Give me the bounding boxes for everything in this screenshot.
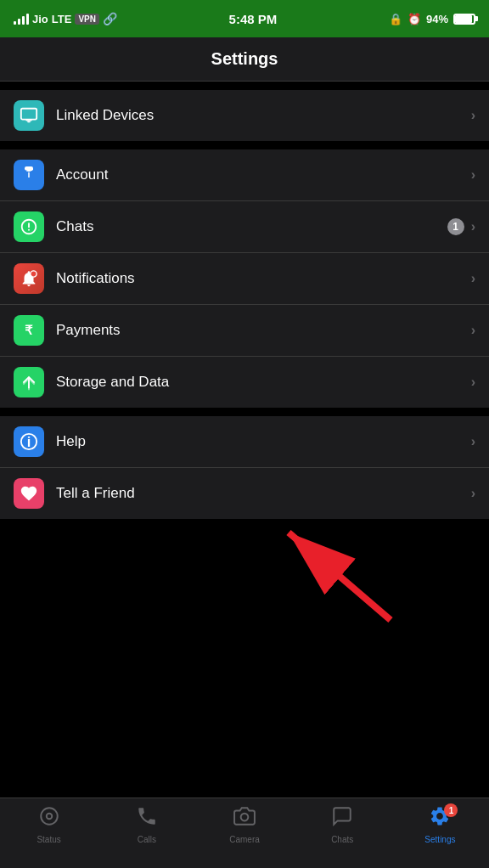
payments-chevron: › <box>471 323 475 338</box>
storage-and-data-label: Storage and Data <box>56 374 471 391</box>
alarm-icon: ⏰ <box>408 13 421 25</box>
storage-and-data-item[interactable]: Storage and Data › <box>0 357 489 408</box>
settings-nav-icon: 1 <box>429 805 451 832</box>
storage-icon <box>14 367 44 397</box>
account-icon: i <box>14 160 44 190</box>
nav-calls[interactable]: Calls <box>98 805 195 844</box>
calls-nav-icon <box>136 805 158 832</box>
linked-list: Linked Devices › <box>0 90 489 141</box>
svg-rect-2 <box>27 121 31 122</box>
status-bar: Jio LTE VPN 🔗 5:48 PM 🔒 ⏰ 94% <box>0 0 489 37</box>
storage-and-data-right: › <box>471 375 475 390</box>
main-list: i Account › Chats 1 › <box>0 149 489 408</box>
chats-item[interactable]: Chats 1 › <box>0 201 489 253</box>
linked-devices-item[interactable]: Linked Devices › <box>0 90 489 141</box>
help-chevron: › <box>471 434 475 449</box>
tell-a-friend-right: › <box>471 486 475 501</box>
help-right: › <box>471 434 475 449</box>
help-item[interactable]: i Help › <box>0 416 489 468</box>
account-label: Account <box>56 166 471 183</box>
battery-percent: 94% <box>426 13 448 25</box>
status-right: 🔒 ⏰ 94% <box>389 13 475 25</box>
chats-right: 1 › <box>447 218 475 235</box>
settings-header: Settings <box>0 37 489 82</box>
payments-label: Payments <box>56 322 471 339</box>
page-title: Settings <box>14 49 475 69</box>
settings-nav-label: Settings <box>424 835 455 844</box>
help-icon: i <box>14 426 44 457</box>
chats-chevron: › <box>471 219 475 234</box>
lock-icon: 🔒 <box>389 13 402 25</box>
settings-badge: 1 <box>444 803 458 817</box>
nav-chats[interactable]: Chats <box>294 805 391 844</box>
linked-devices-label: Linked Devices <box>56 107 471 124</box>
linked-devices-chevron: › <box>471 108 475 123</box>
notifications-icon <box>14 263 44 294</box>
chats-label: Chats <box>56 218 447 235</box>
chats-icon <box>14 211 44 242</box>
network-type: LTE <box>52 13 72 25</box>
tell-a-friend-icon <box>14 478 44 509</box>
notifications-label: Notifications <box>56 270 471 287</box>
carrier: Jio <box>32 13 48 25</box>
svg-text:₹: ₹ <box>25 324 33 337</box>
storage-chevron: › <box>471 375 475 390</box>
chats-badge: 1 <box>447 218 464 235</box>
linked-devices-icon <box>14 100 44 131</box>
payments-item[interactable]: ₹ Payments › <box>0 305 489 357</box>
notifications-chevron: › <box>471 271 475 286</box>
bottom-nav: Status Calls Camera Chats <box>0 798 489 868</box>
status-time: 5:48 PM <box>229 12 278 26</box>
misc-list: i Help › Tell a Friend › <box>0 416 489 519</box>
vpn-badge: VPN <box>75 14 99 25</box>
status-nav-label: Status <box>37 835 60 844</box>
status-nav-icon <box>38 805 60 832</box>
chats-nav-label: Chats <box>331 835 353 844</box>
notifications-item[interactable]: Notifications › <box>0 253 489 305</box>
svg-point-11 <box>46 814 52 820</box>
camera-nav-label: Camera <box>229 835 260 844</box>
payments-right: › <box>471 323 475 338</box>
account-item[interactable]: i Account › <box>0 149 489 201</box>
svg-point-4 <box>31 271 37 277</box>
section-misc: i Help › Tell a Friend › <box>0 416 489 519</box>
tell-a-friend-label: Tell a Friend <box>56 485 471 502</box>
signal-bars <box>14 13 29 25</box>
notifications-right: › <box>471 271 475 286</box>
svg-rect-1 <box>25 120 31 121</box>
account-right: › <box>471 167 475 183</box>
payments-icon: ₹ <box>14 315 44 346</box>
account-chevron: › <box>471 167 475 183</box>
battery-icon <box>453 14 475 25</box>
svg-point-10 <box>41 808 58 825</box>
nav-status[interactable]: Status <box>0 805 98 844</box>
nav-camera[interactable]: Camera <box>195 805 293 844</box>
section-linked: Linked Devices › <box>0 90 489 141</box>
calls-nav-label: Calls <box>138 835 156 844</box>
chats-nav-icon <box>331 805 353 832</box>
svg-text:i: i <box>27 169 30 179</box>
camera-nav-icon <box>233 805 256 832</box>
linked-devices-right: › <box>471 108 475 123</box>
section-main: i Account › Chats 1 › <box>0 149 489 408</box>
svg-line-9 <box>289 533 391 620</box>
help-label: Help <box>56 433 471 450</box>
nav-settings[interactable]: 1 Settings <box>391 805 489 844</box>
svg-rect-0 <box>21 109 37 120</box>
tell-a-friend-chevron: › <box>471 486 475 501</box>
svg-point-12 <box>241 814 249 821</box>
svg-text:i: i <box>27 434 31 449</box>
tell-a-friend-item[interactable]: Tell a Friend › <box>0 468 489 519</box>
link-icon: 🔗 <box>103 12 117 25</box>
status-left: Jio LTE VPN 🔗 <box>14 12 117 25</box>
